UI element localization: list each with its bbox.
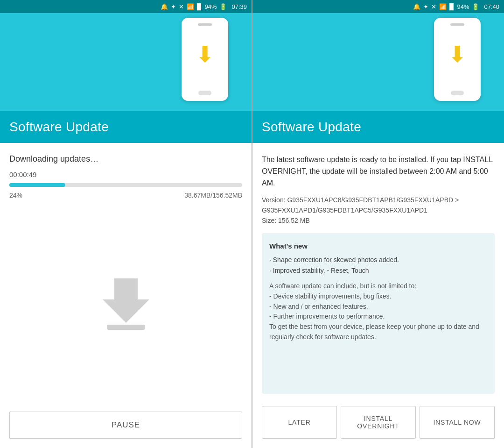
right-title: Software Update [262,120,495,135]
download-arrow-icon: ⬇ [196,43,214,66]
big-download-icon [9,213,242,395]
progress-percent: 24% [9,192,22,199]
r-phone-home-button [451,91,464,95]
progress-bar-fill [9,183,65,187]
version-info: Version: G935FXXU1APC8/G935FDBT1APB1/G93… [262,195,495,226]
size-text: Size: 156.52 MB [262,217,310,224]
r-wifi-icon: 📶 [439,3,447,10]
whats-new-box: What's new · Shape correction for skewed… [262,233,495,394]
r-mute-icon: ✕ [431,3,436,10]
install-overnight-button[interactable]: INSTALL OVERNIGHT [341,406,416,439]
r-signal-icon: ▉ [449,3,454,10]
phone-home-button [198,91,211,95]
right-status-bar: 🔔 ✦ ✕ 📶 ▉ 94% 🔋 07:40 [252,0,504,13]
r-battery-text: 94% [457,3,469,10]
version-text: Version: G935FXXU1APC8/G935FDBT1APB1/G93… [262,196,459,214]
arrow-shaft [114,278,138,299]
download-timer: 00:00:49 [9,171,242,178]
notification-icon: 🔔 [161,3,168,10]
install-now-button[interactable]: INSTALL NOW [420,406,495,439]
right-content: The latest software update is ready to b… [252,143,504,401]
file-progress: 38.67MB/156.52MB [184,192,242,199]
r-notification-icon: 🔔 [413,3,420,10]
r-phone-speaker [450,23,464,26]
left-content: Downloading updates… 00:00:49 24% 38.67M… [0,143,252,407]
whats-new-bullets: · Shape correction for skewed photos add… [269,255,487,276]
r-battery-icon: 🔋 [472,3,479,10]
wifi-icon: 📶 [187,3,194,10]
left-header: ⬇ [0,13,252,111]
right-title-bar: Software Update [252,111,504,143]
battery-text: 94% [204,3,217,10]
left-panel: 🔔 ✦ ✕ 📶 ▉ 94% 🔋 07:39 ⬇ Software Update … [0,0,252,448]
time-display: 07:39 [231,3,247,10]
r-time-display: 07:40 [484,3,499,10]
left-bottom-action: PAUSE [0,407,252,448]
later-button[interactable]: LATER [262,406,337,439]
pause-button[interactable]: PAUSE [9,412,242,439]
update-description: The latest software update is ready to b… [262,154,495,189]
arrow-head [103,299,149,323]
signal-icon: ▉ [197,3,202,10]
large-arrow [103,278,149,330]
left-title-bar: Software Update [0,111,252,143]
r-download-arrow-icon: ⬇ [448,43,467,66]
right-panel: 🔔 ✦ ✕ 📶 ▉ 94% 🔋 07:40 ⬇ Software Update … [252,0,504,448]
left-title: Software Update [9,120,242,135]
progress-stats: 24% 38.67MB/156.52MB [9,192,242,199]
whats-new-disclaimer: A software update can include, but is no… [269,281,487,342]
right-actions: LATER INSTALL OVERNIGHT INSTALL NOW [252,401,504,448]
bluetooth-icon: ✦ [171,3,176,10]
phone-graphic: ⬇ [177,18,233,107]
r-bluetooth-icon: ✦ [423,3,428,10]
whats-new-title: What's new [269,241,487,252]
arrow-base [107,325,145,330]
left-status-bar: 🔔 ✦ ✕ 📶 ▉ 94% 🔋 07:39 [0,0,252,13]
battery-icon: 🔋 [219,3,227,10]
download-status-text: Downloading updates… [9,154,242,164]
progress-bar-background [9,183,242,187]
r-phone-graphic: ⬇ [429,18,485,107]
r-phone-body: ⬇ [434,18,481,101]
phone-speaker [198,23,212,26]
right-header: ⬇ [252,13,504,111]
mute-icon: ✕ [179,3,184,10]
phone-body: ⬇ [182,18,228,101]
